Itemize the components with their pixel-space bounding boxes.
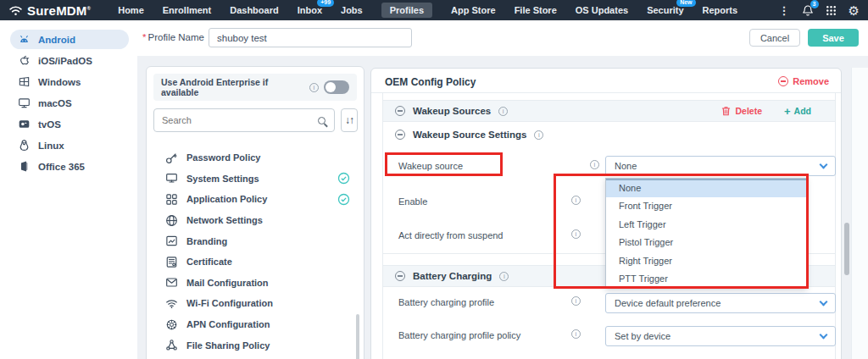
- dropdown-option-ptt-trigger[interactable]: PTT Trigger: [606, 270, 806, 289]
- nav-item-enrollment[interactable]: Enrollment: [163, 5, 211, 15]
- wakeup-sources-header: Wakeup Sources Delete + Add: [383, 100, 835, 122]
- info-icon[interactable]: [498, 107, 508, 116]
- collapse-icon[interactable]: [395, 130, 405, 140]
- remove-policy-button[interactable]: Remove: [778, 76, 829, 86]
- nav-item-file-store[interactable]: File Store: [515, 5, 557, 15]
- nav-item-security[interactable]: SecurityNew: [647, 5, 683, 15]
- chevron-down-icon: [820, 160, 828, 168]
- dropdown-option-right-trigger[interactable]: Right Trigger: [606, 251, 806, 270]
- windows-icon: [18, 75, 31, 88]
- panel-scrollbar-thumb[interactable]: [844, 223, 849, 275]
- nav-item-home[interactable]: Home: [118, 5, 144, 15]
- policy-item-branding[interactable]: Branding: [147, 230, 364, 251]
- chevron-down-icon: [820, 330, 828, 339]
- sidebar-item-macos[interactable]: macOS: [10, 93, 129, 113]
- cancel-button[interactable]: Cancel: [749, 29, 800, 47]
- plus-icon: +: [784, 106, 791, 117]
- suremdm-logo[interactable]: SureMDM®: [8, 3, 91, 18]
- info-icon[interactable]: [309, 83, 319, 92]
- policy-item-certificate[interactable]: Certificate: [147, 251, 364, 273]
- nav-item-dashboard[interactable]: Dashboard: [230, 5, 278, 15]
- office365-icon: [18, 160, 31, 173]
- policy-item-apn-configuration[interactable]: APN Configuration: [147, 314, 364, 335]
- required-asterisk: *: [142, 32, 146, 42]
- info-icon[interactable]: [571, 296, 581, 306]
- policy-item-password-policy[interactable]: Password Policy: [147, 147, 364, 168]
- save-button[interactable]: Save: [808, 29, 859, 47]
- search-input[interactable]: [154, 115, 318, 125]
- delete-button[interactable]: Delete: [721, 106, 762, 116]
- nav-icon-group: ⋮ 3 ⚙: [779, 4, 860, 17]
- top-navigation: SureMDM® Home Enrollment Dashboard Inbox…: [0, 0, 868, 20]
- sort-button[interactable]: ↓↑: [341, 108, 358, 132]
- wifi-icon: [165, 297, 178, 310]
- search-icon: [318, 117, 326, 124]
- info-icon[interactable]: [571, 196, 581, 205]
- dropdown-option-left-trigger[interactable]: Left Trigger: [606, 215, 806, 234]
- android-enterprise-toggle[interactable]: [324, 80, 349, 94]
- policy-list-panel: Use Android Enterprise if available ↓↑ P…: [146, 66, 364, 359]
- battery-charging-profile-select[interactable]: Device default preference: [605, 293, 836, 313]
- section-actions: Delete + Add: [721, 106, 811, 117]
- sidebar-item-tvos[interactable]: tvOS: [10, 114, 129, 134]
- nav-item-os-updates[interactable]: OS Updates: [576, 5, 628, 15]
- policy-list-scrollbar[interactable]: [356, 314, 359, 359]
- policy-item-label: Application Policy: [186, 194, 267, 204]
- policy-item-wifi-configuration[interactable]: Wi-Fi Configuration: [147, 293, 364, 314]
- brand-name: SureMDM®: [27, 3, 91, 18]
- info-icon[interactable]: [571, 329, 581, 339]
- sidebar-item-label: tvOS: [38, 119, 61, 130]
- nav-item-inbox[interactable]: Inbox+99: [298, 5, 322, 15]
- nav-item-reports[interactable]: Reports: [703, 5, 738, 15]
- profile-name-input[interactable]: [209, 28, 412, 47]
- sidebar-item-ios-ipados[interactable]: iOS/iPadOS: [10, 51, 129, 70]
- dropdown-option-front-trigger[interactable]: Front Trigger: [606, 197, 806, 216]
- sidebar-item-label: Windows: [38, 77, 81, 87]
- tvos-icon: [18, 118, 31, 130]
- mail-icon: [165, 276, 178, 289]
- globe-icon: [165, 214, 178, 227]
- dropdown-option-pistol-trigger[interactable]: Pistol Trigger: [606, 234, 806, 252]
- sidebar-item-linux[interactable]: Linux: [10, 135, 129, 155]
- sidebar-item-office-365[interactable]: Office 365: [10, 157, 129, 176]
- notifications-button[interactable]: 3: [802, 4, 814, 17]
- certificate-icon: [165, 256, 178, 268]
- policy-item-file-sharing-policy[interactable]: File Sharing Policy: [147, 334, 364, 356]
- platform-sidebar: Android iOS/iPadOS Windows macOS: [0, 20, 137, 359]
- policy-item-mail-configuration[interactable]: Mail Configuration: [147, 273, 364, 294]
- linux-penguin-icon: [18, 139, 31, 152]
- act-from-suspend-label: Act directly from suspend: [398, 230, 504, 240]
- policy-item-label: Branding: [186, 236, 227, 246]
- apps-grid-icon: [165, 193, 178, 206]
- policy-search: [153, 108, 335, 132]
- policy-item-label: File Sharing Policy: [186, 340, 270, 351]
- info-icon[interactable]: [571, 229, 581, 239]
- policy-item-network-settings[interactable]: Network Settings: [147, 210, 364, 231]
- configured-check-icon: [337, 172, 350, 185]
- sidebar-item-android[interactable]: Android: [10, 30, 129, 49]
- policy-item-application-policy[interactable]: Application Policy: [147, 189, 364, 210]
- policy-item-label: Certificate: [186, 257, 232, 267]
- policy-item-system-settings[interactable]: System Settings: [147, 168, 364, 190]
- nav-item-profiles[interactable]: Profiles: [381, 3, 432, 18]
- add-button[interactable]: + Add: [784, 106, 811, 117]
- settings-gear-icon[interactable]: ⚙: [849, 4, 860, 17]
- info-icon[interactable]: [590, 160, 599, 169]
- android-enterprise-row: Use Android Enterprise if available: [153, 74, 357, 101]
- sidebar-item-windows[interactable]: Windows: [10, 72, 129, 91]
- battery-charging-profile-policy-select[interactable]: Set by device: [605, 326, 836, 346]
- sidebar-item-label: Linux: [38, 141, 64, 151]
- oem-config-scroll-area: Wakeup Sources Delete + Add Wakeup Sourc…: [382, 92, 836, 359]
- nav-item-app-store[interactable]: App Store: [451, 5, 496, 15]
- info-icon[interactable]: [499, 272, 509, 281]
- notification-count-badge: 3: [810, 0, 819, 8]
- info-icon[interactable]: [534, 130, 543, 140]
- kebab-menu-icon[interactable]: ⋮: [779, 4, 790, 17]
- dropdown-option-none[interactable]: None: [606, 179, 806, 197]
- nav-item-jobs[interactable]: Jobs: [341, 5, 363, 15]
- collapse-icon[interactable]: [395, 106, 405, 116]
- collapse-icon[interactable]: [395, 271, 405, 281]
- right-rail: [851, 68, 868, 359]
- app-grid-icon[interactable]: [826, 5, 837, 16]
- wakeup-source-select[interactable]: None: [605, 156, 836, 176]
